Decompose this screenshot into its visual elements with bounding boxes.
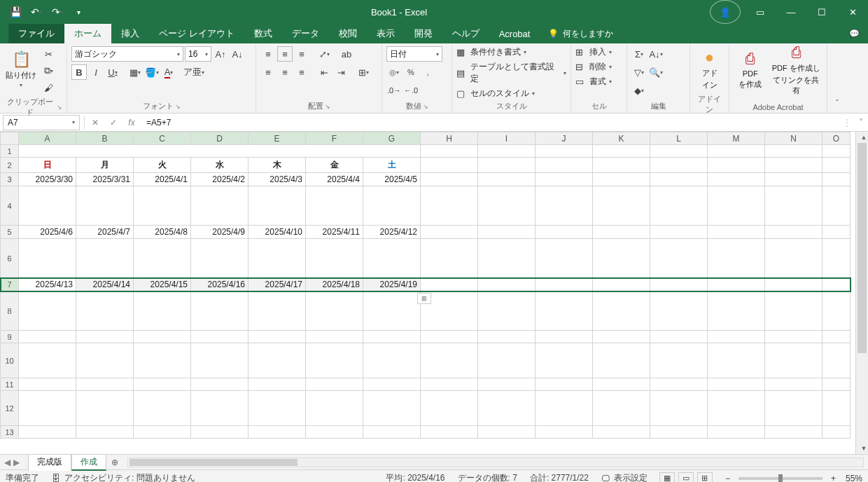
tab-help[interactable]: ヘルプ (442, 24, 489, 43)
cell[interactable]: 月 (76, 158, 134, 173)
formula-split-icon[interactable]: ⋮ (840, 118, 854, 128)
shrink-font-icon[interactable]: A↓ (230, 46, 245, 62)
tab-developer[interactable]: 開発 (405, 24, 442, 43)
tab-page-layout[interactable]: ページ レイアウト (149, 24, 244, 43)
tab-formulas[interactable]: 数式 (244, 24, 282, 43)
create-share-pdf-button[interactable]: ⎙PDF を作成してリンクを共有 (769, 46, 822, 92)
row-header[interactable]: 11 (1, 378, 19, 391)
cell[interactable]: 2025/4/7 (76, 226, 134, 239)
align-left-icon[interactable]: ≡ (260, 64, 276, 80)
tell-me[interactable]: 💡何をしますか (540, 24, 622, 43)
phonetic-button[interactable]: ア亜▾ (183, 64, 204, 80)
account-avatar[interactable]: 👤 (710, 0, 741, 24)
format-painter-icon[interactable]: 🖌 (41, 80, 56, 95)
row-header[interactable]: 6 (1, 239, 19, 278)
page-break-view-button[interactable]: ⊞ (697, 472, 713, 483)
save-icon[interactable]: 💾 (6, 2, 25, 22)
sheet-tab[interactable]: 作成 (71, 454, 106, 471)
font-name-combo[interactable]: 游ゴシック▾ (71, 46, 183, 62)
cell[interactable]: 2025/4/4 (306, 173, 363, 186)
row-header[interactable]: 8 (1, 291, 19, 331)
italic-button[interactable]: I (88, 64, 104, 80)
vertical-scrollbar[interactable]: ▲▼ (855, 132, 868, 454)
sheet-tab[interactable]: 完成版 (28, 454, 71, 471)
row-header[interactable]: 2 (1, 158, 19, 173)
row-header[interactable]: 9 (1, 331, 19, 343)
cell[interactable]: 2025/4/9 (191, 226, 248, 239)
col-header[interactable]: O (822, 132, 850, 145)
zoom-in-button[interactable]: + (831, 474, 836, 483)
cell[interactable]: 2025/3/31 (76, 173, 134, 186)
share-button[interactable]: 💬 (840, 24, 868, 43)
cell[interactable]: 2025/4/16 (191, 278, 248, 291)
cell[interactable]: 金 (306, 158, 363, 173)
tab-insert[interactable]: 挿入 (111, 24, 149, 43)
format-as-table-button[interactable]: ▤テーブルとして書式設定▾ (456, 61, 566, 85)
addin-button[interactable]: ●アドイン (694, 46, 724, 92)
row-header[interactable]: 4 (1, 186, 19, 226)
autofill-options-icon[interactable]: ⊞ (417, 293, 431, 304)
orientation-icon[interactable]: ⤢▾ (316, 46, 332, 62)
accounting-button[interactable]: ◎▾ (386, 64, 402, 80)
row-header[interactable]: 5 (1, 226, 19, 239)
clear-icon[interactable]: ◆▾ (631, 83, 647, 98)
col-header[interactable]: A (19, 132, 76, 145)
cell[interactable]: 2025/4/10 (248, 226, 306, 239)
display-settings-button[interactable]: 🖵表示設定 (601, 472, 648, 482)
normal-view-button[interactable]: ▦ (659, 472, 675, 483)
col-header[interactable]: C (134, 132, 191, 145)
cell[interactable]: 2025/4/13 (19, 278, 76, 291)
cell[interactable]: 2025/4/14 (76, 278, 134, 291)
tab-view[interactable]: 表示 (367, 24, 405, 43)
prev-sheet-icon[interactable]: ◀ (4, 457, 10, 467)
col-header[interactable]: J (536, 132, 593, 145)
conditional-formatting-button[interactable]: ▦条件付き書式▾ (456, 46, 566, 58)
copy-icon[interactable]: ⧉▾ (41, 63, 56, 78)
cell[interactable]: 2025/4/2 (191, 173, 248, 186)
formula-input[interactable]: =A5+7 (141, 118, 840, 128)
collapse-ribbon-button[interactable]: ˇ (827, 43, 847, 113)
cell[interactable]: 2025/4/17 (248, 278, 306, 291)
row-header[interactable]: 13 (1, 426, 19, 439)
tab-acrobat[interactable]: Acrobat (489, 24, 540, 43)
grow-font-icon[interactable]: A↑ (213, 46, 228, 62)
dialog-launcher-icon[interactable]: ↘ (325, 103, 330, 110)
zoom-out-button[interactable]: − (725, 474, 730, 483)
col-header[interactable]: M (708, 132, 765, 145)
horizontal-scrollbar[interactable] (127, 457, 864, 467)
font-size-combo[interactable]: 16▾ (185, 46, 211, 62)
zoom-slider[interactable] (738, 477, 822, 480)
row-header[interactable]: 1 (1, 145, 19, 158)
accessibility-status[interactable]: 🗄アクセシビリティ: 問題ありません (52, 472, 195, 482)
col-header[interactable]: G (363, 132, 421, 145)
cell[interactable]: 水 (191, 158, 248, 173)
fill-icon[interactable]: ▽▾ (631, 64, 647, 80)
font-color-button[interactable]: A▾ (161, 64, 176, 80)
delete-cells-button[interactable]: ⊟削除▾ (575, 61, 612, 73)
decrease-decimal-icon[interactable]: ←.0 (403, 83, 419, 98)
cell[interactable]: 2025/4/11 (306, 226, 363, 239)
maximize-button[interactable]: ☐ (806, 0, 837, 24)
cancel-icon[interactable]: ✕ (86, 118, 104, 128)
cell[interactable]: 火 (134, 158, 191, 173)
autosum-icon[interactable]: Σ▾ (631, 46, 647, 62)
create-pdf-button[interactable]: ⎙PDFを作成 (734, 46, 766, 92)
redo-icon[interactable]: ↷▾ (48, 2, 67, 22)
fill-color-button[interactable]: 🪣▾ (144, 64, 160, 80)
spreadsheet-grid[interactable]: A B C D E F G H I J K L M N O 1 2 日 月 火 … (0, 132, 850, 439)
cell[interactable]: 2025/4/6 (19, 226, 76, 239)
col-header[interactable]: B (76, 132, 134, 145)
cell[interactable]: 2025/3/30 (19, 173, 76, 186)
cell[interactable]: 日 (19, 158, 76, 173)
fx-icon[interactable]: fx (122, 118, 141, 128)
tab-review[interactable]: 校閲 (329, 24, 367, 43)
sheet-nav[interactable]: ◀▶ (0, 457, 28, 467)
cell[interactable]: 2025/4/12 (363, 226, 421, 239)
cell[interactable]: 2025/4/3 (248, 173, 306, 186)
col-header[interactable]: L (650, 132, 708, 145)
bold-button[interactable]: B (71, 64, 87, 80)
row-header[interactable]: 12 (1, 391, 19, 426)
undo-icon[interactable]: ↶▾ (27, 2, 46, 22)
dialog-launcher-icon[interactable]: ↘ (57, 104, 62, 111)
cell[interactable]: 2025/4/1 (134, 173, 191, 186)
